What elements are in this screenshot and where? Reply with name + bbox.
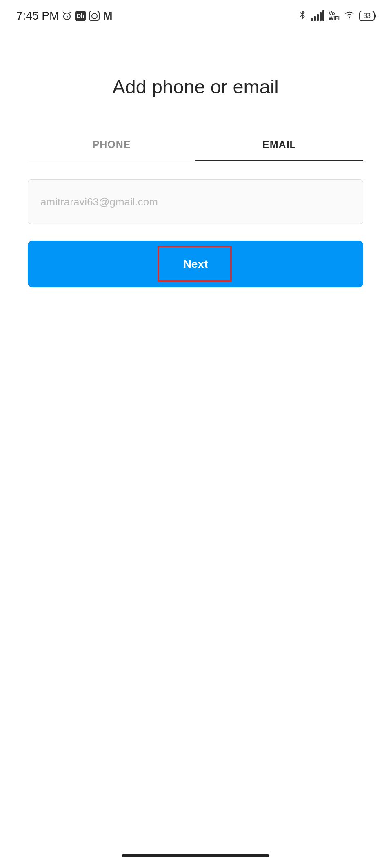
status-left-group: 7:45 PM Dh M xyxy=(16,9,112,22)
signal-icon xyxy=(311,11,324,21)
battery-icon: 33 xyxy=(359,11,375,21)
instagram-icon xyxy=(89,11,100,21)
battery-level: 33 xyxy=(363,12,371,19)
alarm-icon xyxy=(62,11,72,21)
app-dh-icon: Dh xyxy=(75,11,86,21)
next-button[interactable]: Next xyxy=(28,241,363,287)
bluetooth-icon xyxy=(298,9,307,23)
next-button-label: Next xyxy=(183,258,208,271)
page-title: Add phone or email xyxy=(0,75,391,98)
next-button-wrapper: Next xyxy=(28,241,363,287)
tab-row: PHONE EMAIL xyxy=(28,139,363,161)
vo-label-bottom: WiFi xyxy=(329,16,340,21)
tab-phone[interactable]: PHONE xyxy=(28,139,196,161)
email-input-wrapper xyxy=(28,179,363,224)
status-time: 7:45 PM xyxy=(16,9,59,22)
email-input[interactable] xyxy=(28,179,363,224)
vowifi-icon: Vo WiFi xyxy=(329,11,340,21)
status-bar: 7:45 PM Dh M Vo WiFi xyxy=(0,0,391,29)
status-right-group: Vo WiFi 33 xyxy=(298,9,375,23)
m-icon: M xyxy=(103,9,111,22)
wifi-icon xyxy=(344,10,355,22)
home-indicator[interactable] xyxy=(122,854,269,857)
tab-email[interactable]: EMAIL xyxy=(196,139,363,161)
